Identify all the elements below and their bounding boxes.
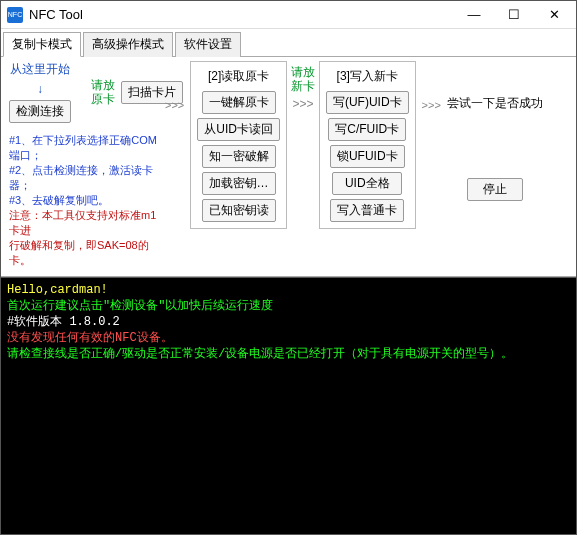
window-title: NFC Tool — [29, 7, 454, 22]
know-one-crack-button[interactable]: 知一密破解 — [202, 145, 276, 168]
app-icon: NFC — [7, 7, 23, 23]
log-line: #软件版本 1.8.0.2 — [7, 315, 120, 329]
read-group: [2]读取原卡 一键解原卡 从UID卡读回 知一密破解 加载密钥… 已知密钥读 — [190, 61, 287, 229]
arrow-icon-3: >>> — [420, 85, 443, 111]
close-button[interactable]: ✕ — [534, 3, 574, 27]
arrow-icon-2: >>> — [292, 97, 313, 111]
place-new-label: 请放 新卡 — [291, 65, 315, 93]
legend-1: #1、在下拉列表选择正确COM端口； — [9, 133, 159, 163]
legend-3: #3、去破解复制吧。 — [9, 193, 159, 208]
read-title: [2]读取原卡 — [208, 68, 269, 85]
write-normal-button[interactable]: 写入普通卡 — [330, 199, 404, 222]
legend-note1: 注意：本工具仅支持对标准m1卡进 — [9, 208, 159, 238]
maximize-button[interactable]: ☐ — [494, 3, 534, 27]
write-cfuid-button[interactable]: 写C/FUID卡 — [328, 118, 406, 141]
legend-note2: 行破解和复制，即SAK=08的卡。 — [9, 238, 159, 268]
try-label: 尝试一下是否成功 — [447, 95, 543, 112]
load-key-button[interactable]: 加载密钥… — [202, 172, 276, 195]
tab-copy-mode[interactable]: 复制卡模式 — [3, 32, 81, 57]
log-line: 首次运行建议点击"检测设备"以加快后续运行速度 — [7, 299, 273, 313]
legend-2: #2、点击检测连接，激活读卡器； — [9, 163, 159, 193]
known-key-read-button[interactable]: 已知密钥读 — [202, 199, 276, 222]
log-line: 没有发现任何有效的NFC设备。 — [7, 331, 173, 345]
place-original-label: 请放 原卡 — [91, 78, 115, 106]
log-console[interactable]: Hello,cardman! 首次运行建议点击"检测设备"以加快后续运行速度 #… — [1, 277, 576, 535]
stop-button[interactable]: 停止 — [467, 178, 523, 201]
start-here-label: 从这里开始 — [10, 61, 70, 78]
log-line: 请检查接线是否正确/驱动是否正常安装/设备电源是否已经打开（对于具有电源开关的型… — [7, 347, 513, 361]
write-title: [3]写入新卡 — [337, 68, 398, 85]
lock-ufuid-button[interactable]: 锁UFUID卡 — [330, 145, 405, 168]
tab-advanced[interactable]: 高级操作模式 — [83, 32, 173, 57]
arrow-icon: >>> — [163, 85, 186, 111]
one-key-decode-button[interactable]: 一键解原卡 — [202, 91, 276, 114]
minimize-button[interactable]: ― — [454, 3, 494, 27]
read-from-uid-button[interactable]: 从UID卡读回 — [197, 118, 280, 141]
down-arrow-icon: ↓ — [37, 82, 43, 96]
write-group: [3]写入新卡 写(UF)UID卡 写C/FUID卡 锁UFUID卡 UID全格… — [319, 61, 416, 229]
tab-settings[interactable]: 软件设置 — [175, 32, 241, 57]
uid-format-button[interactable]: UID全格 — [332, 172, 402, 195]
detect-connect-button[interactable]: 检测连接 — [9, 100, 71, 123]
log-line: Hello,cardman! — [7, 283, 108, 297]
write-uf-uid-button[interactable]: 写(UF)UID卡 — [326, 91, 409, 114]
